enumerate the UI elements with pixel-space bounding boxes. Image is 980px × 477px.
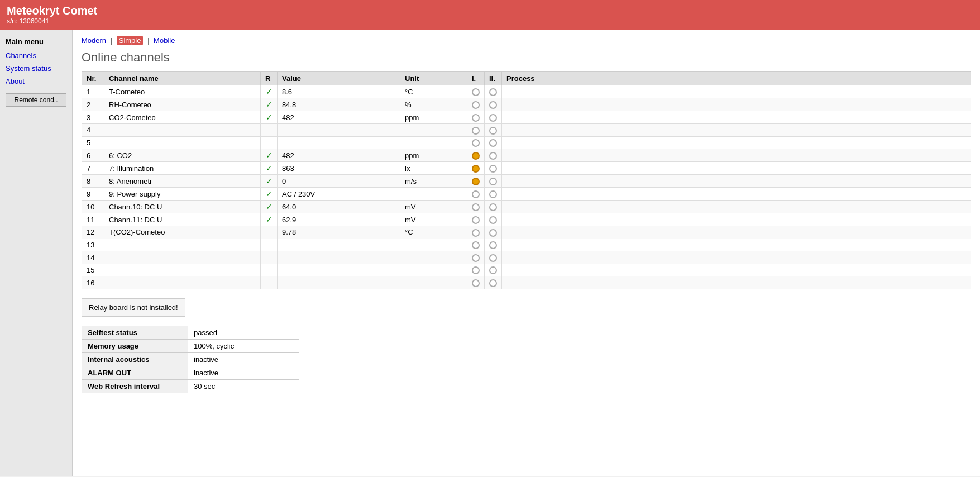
cell-ii[interactable] xyxy=(485,175,502,188)
radio-empty-icon[interactable] xyxy=(472,229,480,237)
nav-simple[interactable]: Simple xyxy=(117,36,144,45)
cell-ii[interactable] xyxy=(485,213,502,226)
cell-i[interactable] xyxy=(467,226,485,239)
cell-i[interactable] xyxy=(467,213,485,226)
cell-ii[interactable] xyxy=(485,276,502,289)
cell-i[interactable] xyxy=(467,264,485,276)
radio-empty-icon[interactable] xyxy=(489,203,497,211)
radio-empty-icon[interactable] xyxy=(489,165,497,173)
col-header-name: Channel name xyxy=(104,72,261,85)
cell-ii[interactable] xyxy=(485,149,502,162)
cell-ii[interactable] xyxy=(485,251,502,264)
radio-empty-icon[interactable] xyxy=(472,190,480,198)
cell-nr: 6 xyxy=(82,149,104,162)
sidebar-item-about[interactable]: About xyxy=(0,75,72,88)
radio-empty-icon[interactable] xyxy=(472,88,480,96)
cell-nr: 11 xyxy=(82,213,104,226)
cell-nr: 1 xyxy=(82,85,104,98)
radio-empty-icon[interactable] xyxy=(472,101,480,109)
cell-i[interactable] xyxy=(467,111,485,124)
radio-empty-icon[interactable] xyxy=(489,127,497,135)
cell-ii[interactable] xyxy=(485,201,502,213)
table-row: 66: CO2✓482ppm xyxy=(82,149,971,162)
nav-sep-2: | xyxy=(147,36,149,45)
cell-i[interactable] xyxy=(467,149,485,162)
cell-ii[interactable] xyxy=(485,111,502,124)
radio-empty-icon[interactable] xyxy=(472,254,480,262)
radio-empty-icon[interactable] xyxy=(489,279,497,287)
cell-i[interactable] xyxy=(467,276,485,289)
radio-empty-icon[interactable] xyxy=(472,241,480,249)
cell-ii[interactable] xyxy=(485,226,502,239)
radio-empty-icon[interactable] xyxy=(472,127,480,135)
table-row: 1T-Cometeo✓8.6°C xyxy=(82,85,971,98)
radio-empty-icon[interactable] xyxy=(489,254,497,262)
cell-i[interactable] xyxy=(467,98,485,111)
radio-empty-icon[interactable] xyxy=(489,101,497,109)
cell-i[interactable] xyxy=(467,175,485,188)
cell-i[interactable] xyxy=(467,188,485,201)
cell-ii[interactable] xyxy=(485,188,502,201)
radio-empty-icon[interactable] xyxy=(489,139,497,147)
radio-empty-icon[interactable] xyxy=(489,114,497,122)
radio-empty-icon[interactable] xyxy=(472,203,480,211)
cell-value: 482 xyxy=(278,111,400,124)
radio-empty-icon[interactable] xyxy=(472,114,480,122)
cell-name: Chann.10: DC U xyxy=(104,201,261,213)
col-header-ii: II. xyxy=(485,72,502,85)
cell-r: ✓ xyxy=(261,213,278,226)
nav-mobile[interactable]: Mobile xyxy=(154,36,175,45)
cell-ii[interactable] xyxy=(485,264,502,276)
radio-empty-icon[interactable] xyxy=(489,152,497,160)
cell-ii[interactable] xyxy=(485,124,502,137)
radio-empty-icon[interactable] xyxy=(489,178,497,185)
radio-empty-icon[interactable] xyxy=(489,216,497,224)
cell-r xyxy=(261,264,278,276)
cell-name: Chann.11: DC U xyxy=(104,213,261,226)
cell-r xyxy=(261,276,278,289)
cell-r: ✓ xyxy=(261,188,278,201)
selftest-value: passed xyxy=(188,326,299,339)
radio-empty-icon[interactable] xyxy=(472,266,480,274)
cell-i[interactable] xyxy=(467,251,485,264)
radio-empty-icon[interactable] xyxy=(472,139,480,147)
radio-empty-icon[interactable] xyxy=(472,216,480,224)
cell-i[interactable] xyxy=(467,238,485,251)
nav-modern[interactable]: Modern xyxy=(82,36,106,45)
cell-process xyxy=(502,251,971,264)
cell-i[interactable] xyxy=(467,124,485,137)
table-row: 10Chann.10: DC U✓64.0mV xyxy=(82,201,971,213)
cell-i[interactable] xyxy=(467,162,485,175)
cell-unit: ppm xyxy=(400,149,467,162)
radio-empty-icon[interactable] xyxy=(489,229,497,237)
cell-r: ✓ xyxy=(261,162,278,175)
cell-value: 9.78 xyxy=(278,226,400,239)
cell-name xyxy=(104,238,261,251)
cell-ii[interactable] xyxy=(485,162,502,175)
cell-ii[interactable] xyxy=(485,98,502,111)
radio-orange-icon[interactable] xyxy=(472,152,480,160)
cell-r xyxy=(261,226,278,239)
radio-empty-icon[interactable] xyxy=(489,190,497,198)
radio-orange-icon[interactable] xyxy=(472,165,480,173)
radio-empty-icon[interactable] xyxy=(472,279,480,287)
cell-ii[interactable] xyxy=(485,85,502,98)
cell-ii[interactable] xyxy=(485,238,502,251)
cell-value: 0 xyxy=(278,175,400,188)
check-icon: ✓ xyxy=(266,87,273,96)
relay-message-box: Relay board is not installed! xyxy=(82,298,185,317)
radio-empty-icon[interactable] xyxy=(489,266,497,274)
sidebar-item-channels[interactable]: Channels xyxy=(0,49,72,62)
cell-ii[interactable] xyxy=(485,136,502,149)
cell-i[interactable] xyxy=(467,85,485,98)
cell-unit xyxy=(400,188,467,201)
radio-orange-icon[interactable] xyxy=(472,178,480,185)
cell-i[interactable] xyxy=(467,201,485,213)
table-row: 11Chann.11: DC U✓62.9mV xyxy=(82,213,971,226)
remote-cond-button[interactable]: Remote cond.. xyxy=(6,93,66,107)
radio-empty-icon[interactable] xyxy=(489,88,497,96)
radio-empty-icon[interactable] xyxy=(489,241,497,249)
cell-r xyxy=(261,251,278,264)
sidebar-item-system-status[interactable]: System status xyxy=(0,62,72,75)
cell-i[interactable] xyxy=(467,136,485,149)
